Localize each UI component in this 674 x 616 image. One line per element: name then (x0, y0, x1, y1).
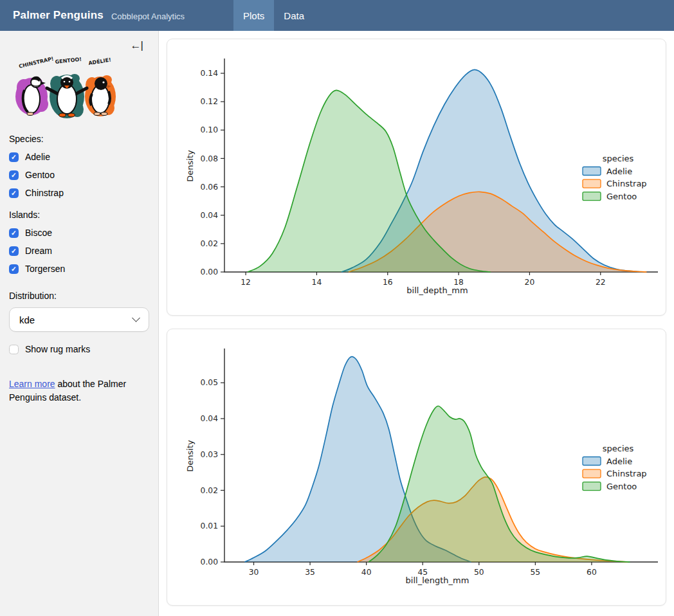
svg-text:0.00: 0.00 (201, 557, 218, 566)
checkbox-show-rug-marks[interactable]: Show rug marks (9, 344, 149, 354)
svg-text:0.06: 0.06 (201, 183, 219, 192)
svg-text:20: 20 (525, 278, 535, 287)
learn-more-link[interactable]: Learn more (9, 379, 55, 389)
svg-text:16: 16 (383, 278, 393, 287)
main-content: 1214161820220.000.020.040.060.080.100.12… (159, 31, 674, 606)
navbar: Palmer Penguins Cobblepot Analytics Plot… (0, 0, 674, 31)
checkbox-label: Chinstrap (25, 188, 64, 198)
svg-text:Density: Density (185, 150, 195, 182)
svg-text:22: 22 (596, 278, 606, 287)
checkbox-label: Adelie (25, 152, 50, 162)
app-title: Palmer Penguins (13, 9, 104, 22)
density-plot-bill-depth-mm: 1214161820220.000.020.040.060.080.100.12… (168, 41, 666, 313)
islands-group-label: Islands: (9, 210, 149, 220)
tab-plots[interactable]: Plots (233, 0, 274, 31)
svg-text:14: 14 (312, 278, 322, 287)
density-plot-bill-length-mm: 303540455055600.000.010.020.030.040.05bi… (168, 331, 666, 603)
svg-text:Gentoo: Gentoo (606, 482, 637, 491)
svg-text:bill_length_mm: bill_length_mm (406, 575, 469, 585)
svg-text:bill_depth_mm: bill_depth_mm (406, 285, 468, 295)
svg-text:0.02: 0.02 (201, 486, 218, 495)
svg-text:40: 40 (361, 568, 372, 577)
checkbox-icon[interactable] (9, 228, 19, 238)
svg-text:0.01: 0.01 (201, 521, 218, 530)
sidebar: ←| (0, 31, 159, 616)
svg-text:0.14: 0.14 (201, 69, 219, 78)
checkbox-species-adelie[interactable]: Adelie (9, 152, 149, 162)
svg-text:0.00: 0.00 (201, 267, 218, 276)
checkbox-species-chinstrap[interactable]: Chinstrap (9, 188, 149, 198)
checkbox-species-gentoo[interactable]: Gentoo (9, 170, 149, 180)
svg-text:50: 50 (474, 568, 484, 577)
svg-text:Gentoo: Gentoo (606, 192, 637, 201)
checkbox-label: Torgersen (25, 264, 65, 274)
checkbox-island-torgersen[interactable]: Torgersen (9, 264, 149, 274)
svg-text:Adelie: Adelie (606, 457, 632, 466)
svg-text:0.10: 0.10 (201, 125, 218, 134)
nav-tabs: Plots Data (233, 0, 314, 31)
svg-text:Adelie: Adelie (606, 167, 632, 176)
checkbox-island-biscoe[interactable]: Biscoe (9, 228, 149, 238)
svg-text:0.12: 0.12 (201, 97, 218, 106)
svg-text:55: 55 (531, 568, 541, 577)
plot-card-bill-length: 303540455055600.000.010.020.030.040.05bi… (167, 329, 666, 606)
svg-text:12: 12 (241, 278, 251, 287)
svg-text:0.04: 0.04 (201, 211, 219, 220)
svg-text:Density: Density (185, 440, 195, 472)
brand: Palmer Penguins Cobblepot Analytics (0, 0, 233, 31)
tab-data[interactable]: Data (274, 0, 314, 31)
svg-text:Chinstrap: Chinstrap (606, 469, 647, 478)
svg-text:35: 35 (305, 568, 315, 577)
svg-text:60: 60 (587, 568, 597, 577)
svg-text:0.02: 0.02 (201, 239, 218, 248)
chinstrap-caption: CHINSTRAP! (18, 57, 54, 69)
plot-card-bill-depth: 1214161820220.000.020.040.060.080.100.12… (167, 39, 666, 316)
collapse-sidebar-icon[interactable]: ←| (131, 40, 143, 51)
gentoo-caption: GENTOO! (55, 57, 82, 65)
svg-text:0.08: 0.08 (201, 154, 218, 163)
svg-text:Chinstrap: Chinstrap (606, 179, 647, 188)
distribution-label: Distribution: (9, 291, 149, 301)
species-group-label: Species: (9, 134, 149, 144)
svg-text:0.03: 0.03 (201, 450, 218, 459)
chevron-down-icon (132, 314, 140, 322)
app-subtitle: Cobblepot Analytics (111, 12, 185, 21)
penguins-artwork: CHINSTRAP! GENTOO! ADÉLIE! (10, 57, 120, 121)
checkbox-label: Gentoo (25, 170, 55, 180)
adelie-caption: ADÉLIE! (88, 57, 112, 66)
svg-text:species: species (603, 444, 634, 453)
checkbox-icon[interactable] (9, 246, 19, 256)
checkbox-island-dream[interactable]: Dream (9, 246, 149, 256)
checkbox-label: Show rug marks (25, 344, 90, 354)
distribution-select[interactable]: kde (9, 307, 149, 332)
checkbox-icon[interactable] (9, 170, 19, 180)
checkbox-label: Dream (25, 246, 52, 256)
svg-text:0.04: 0.04 (201, 414, 219, 423)
checkbox-label: Biscoe (25, 228, 52, 238)
checkbox-icon[interactable] (9, 152, 19, 162)
svg-text:species: species (603, 154, 634, 163)
checkbox-icon[interactable] (9, 264, 19, 274)
svg-text:30: 30 (249, 568, 259, 577)
distribution-selected-value: kde (19, 314, 35, 325)
checkbox-icon[interactable] (9, 345, 19, 354)
checkbox-icon[interactable] (9, 188, 19, 198)
svg-text:0.05: 0.05 (201, 378, 218, 387)
dataset-note: Learn more about the Palmer Penguins dat… (9, 377, 140, 404)
